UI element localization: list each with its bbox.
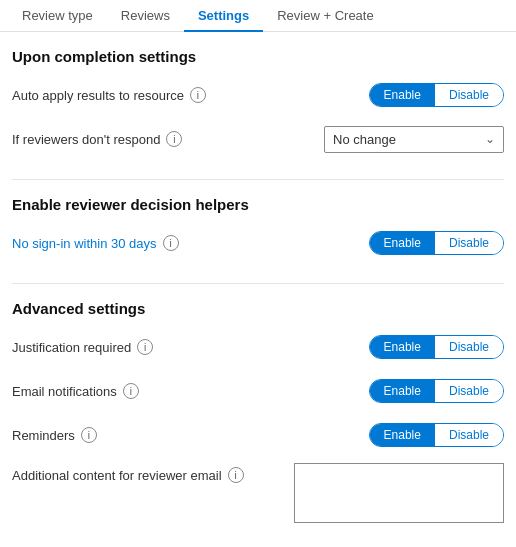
label-email-notifications-text: Email notifications	[12, 384, 117, 399]
toggle-disable-auto-apply[interactable]: Disable	[435, 84, 503, 106]
info-icon-justification[interactable]: i	[137, 339, 153, 355]
toggle-email-notifications: Enable Disable	[369, 379, 504, 403]
row-justification: Justification required i Enable Disable	[12, 331, 504, 363]
tab-nav: Review type Reviews Settings Review + Cr…	[0, 0, 516, 32]
divider-2	[12, 283, 504, 284]
info-icon-additional-content[interactable]: i	[228, 467, 244, 483]
toggle-disable-reminders[interactable]: Disable	[435, 424, 503, 446]
dropdown-no-respond[interactable]: No change ⌄	[324, 126, 504, 153]
label-no-respond-text: If reviewers don't respond	[12, 132, 160, 147]
label-auto-apply: Auto apply results to resource i	[12, 87, 369, 103]
toggle-enable-reminders[interactable]: Enable	[370, 424, 435, 446]
row-reminders: Reminders i Enable Disable	[12, 419, 504, 451]
tab-reviews[interactable]: Reviews	[107, 0, 184, 31]
section-advanced-title: Advanced settings	[12, 300, 504, 317]
section-completion-title: Upon completion settings	[12, 48, 504, 65]
toggle-auto-apply: Enable Disable	[369, 83, 504, 107]
toggle-disable-email-notifications[interactable]: Disable	[435, 380, 503, 402]
section-completion: Upon completion settings Auto apply resu…	[12, 48, 504, 155]
label-email-notifications: Email notifications i	[12, 383, 369, 399]
label-no-signin-text: No sign-in within 30 days	[12, 236, 157, 251]
info-icon-no-signin[interactable]: i	[163, 235, 179, 251]
toggle-justification: Enable Disable	[369, 335, 504, 359]
toggle-enable-justification[interactable]: Enable	[370, 336, 435, 358]
toggle-enable-auto-apply[interactable]: Enable	[370, 84, 435, 106]
toggle-enable-no-signin[interactable]: Enable	[370, 232, 435, 254]
row-email-notifications: Email notifications i Enable Disable	[12, 375, 504, 407]
label-additional-content-text: Additional content for reviewer email	[12, 468, 222, 483]
main-content: Upon completion settings Auto apply resu…	[0, 32, 516, 547]
toggle-disable-justification[interactable]: Disable	[435, 336, 503, 358]
textarea-reviewer-email[interactable]	[294, 463, 504, 523]
tab-review-create[interactable]: Review + Create	[263, 0, 387, 31]
section-helpers: Enable reviewer decision helpers No sign…	[12, 196, 504, 259]
chevron-down-icon: ⌄	[485, 132, 495, 146]
toggle-disable-no-signin[interactable]: Disable	[435, 232, 503, 254]
label-reminders: Reminders i	[12, 427, 369, 443]
section-helpers-title: Enable reviewer decision helpers	[12, 196, 504, 213]
label-auto-apply-text: Auto apply results to resource	[12, 88, 184, 103]
label-reminders-text: Reminders	[12, 428, 75, 443]
toggle-enable-email-notifications[interactable]: Enable	[370, 380, 435, 402]
label-no-respond: If reviewers don't respond i	[12, 131, 324, 147]
label-no-signin: No sign-in within 30 days i	[12, 235, 369, 251]
row-no-signin: No sign-in within 30 days i Enable Disab…	[12, 227, 504, 259]
row-additional-content: Additional content for reviewer email i	[12, 463, 504, 523]
divider-1	[12, 179, 504, 180]
label-additional-content: Additional content for reviewer email i	[12, 463, 294, 483]
toggle-reminders: Enable Disable	[369, 423, 504, 447]
tab-settings[interactable]: Settings	[184, 0, 263, 31]
row-auto-apply: Auto apply results to resource i Enable …	[12, 79, 504, 111]
label-justification-text: Justification required	[12, 340, 131, 355]
info-icon-no-respond[interactable]: i	[166, 131, 182, 147]
toggle-no-signin: Enable Disable	[369, 231, 504, 255]
dropdown-value-no-respond: No change	[333, 132, 396, 147]
info-icon-reminders[interactable]: i	[81, 427, 97, 443]
label-justification: Justification required i	[12, 339, 369, 355]
tab-review-type[interactable]: Review type	[8, 0, 107, 31]
info-icon-auto-apply[interactable]: i	[190, 87, 206, 103]
row-no-respond: If reviewers don't respond i No change ⌄	[12, 123, 504, 155]
section-advanced: Advanced settings Justification required…	[12, 300, 504, 523]
info-icon-email-notifications[interactable]: i	[123, 383, 139, 399]
